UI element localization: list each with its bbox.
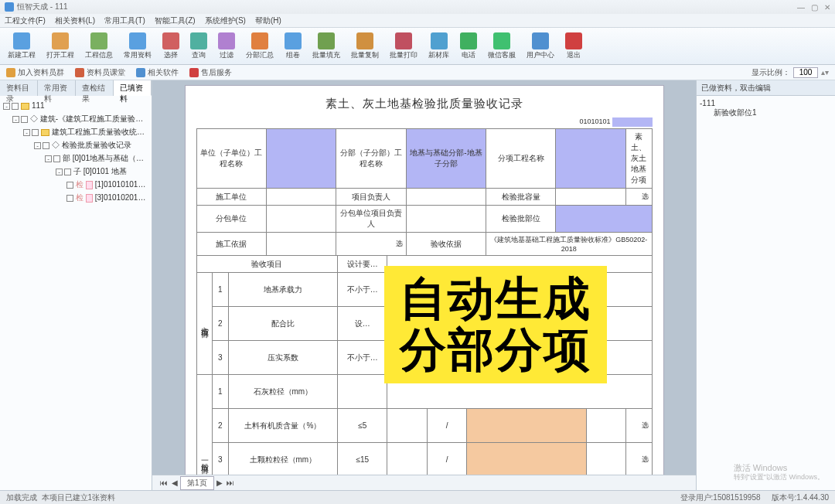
toolbar-button[interactable]: 电话 (455, 31, 482, 62)
toolbar-label: 新材库 (428, 50, 449, 60)
left-panel: 资料目录常用资料查检结果已填资料 -111 -◇ 建筑-《建筑工程施工质量验收统… (0, 80, 152, 490)
toolbar-icon (318, 32, 335, 49)
toolbar-label: 组卷 (286, 50, 300, 60)
subtoolbar-item[interactable]: 加入资料员群 (6, 67, 64, 78)
close-icon[interactable]: ✕ (824, 3, 830, 12)
overlay-banner: 自动生成 分部分项 (384, 266, 607, 383)
document-viewer: 素土、灰土地基检验批质量验收记录 01010101 单位（子单位）工程名称 分部… (152, 80, 696, 490)
toolbar-label: 用户中心 (527, 50, 554, 60)
left-tab[interactable]: 查检结果 (76, 80, 114, 96)
toolbar-icon (129, 32, 146, 49)
toolbar-button[interactable]: 微信客服 (483, 31, 520, 62)
doc-code: 01010101 (196, 117, 653, 127)
toolbar-icon (493, 32, 510, 49)
toolbar-label: 批量打印 (390, 50, 418, 60)
toolbar-button[interactable]: 用户中心 (522, 31, 559, 62)
subtoolbar-icon (6, 68, 15, 77)
menu-item[interactable]: 相关资料(L) (55, 15, 95, 26)
menu-item[interactable]: 工程文件(F) (5, 15, 46, 26)
menubar: 工程文件(F)相关资料(L)常用工具(T)智能工具(Z)系统维护(S)帮助(H) (0, 14, 835, 28)
minimize-icon[interactable]: — (797, 3, 805, 12)
page-prev-icon[interactable]: ◀ (169, 478, 180, 487)
toolbar-icon (52, 32, 69, 49)
app-icon (5, 2, 14, 12)
toolbar-icon (218, 32, 235, 49)
doc-pager: ⏮ ◀ 第1页 ▶ ⏭ (152, 475, 696, 490)
menu-item[interactable]: 帮助(H) (255, 15, 281, 26)
project-tree[interactable]: -111 -◇ 建筑-《建筑工程施工质量验收统一标准》G… -建筑工程施工质量验… (0, 96, 152, 490)
page-first-icon[interactable]: ⏮ (158, 478, 169, 487)
menu-item[interactable]: 智能工具(Z) (155, 15, 196, 26)
subtoolbar-icon (189, 68, 199, 77)
window-title: 恒智天成 - 111 (17, 2, 68, 12)
toolbar-label: 批量填充 (312, 50, 340, 60)
toolbar-icon (162, 32, 179, 49)
maximize-icon[interactable]: ▢ (811, 3, 818, 12)
toolbar-button[interactable]: 退出 (561, 31, 587, 62)
page-last-icon[interactable]: ⏭ (225, 478, 236, 487)
sub-toolbar: 加入资料员群资料员课堂相关软件售后服务 显示比例： ▴▾ (0, 65, 835, 80)
left-tab[interactable]: 常用资料 (38, 80, 76, 96)
right-panel: 已做资料，双击编辑 -111 新验收部位1 (696, 80, 835, 490)
subtoolbar-icon (136, 68, 145, 77)
toolbar-button[interactable]: 工程信息 (80, 31, 118, 62)
toolbar-icon (532, 32, 549, 49)
subtoolbar-icon (75, 68, 84, 77)
toolbar-icon (565, 32, 582, 49)
menu-item[interactable]: 系统维护(S) (205, 15, 246, 26)
toolbar-label: 选择 (164, 50, 178, 60)
toolbar-icon (13, 32, 30, 49)
page-next-icon[interactable]: ▶ (214, 478, 225, 487)
left-tabs: 资料目录常用资料查检结果已填资料 (0, 80, 152, 96)
toolbar-icon (356, 32, 373, 49)
toolbar-button[interactable]: 批量填充 (308, 31, 345, 62)
left-tab[interactable]: 已填资料 (114, 80, 152, 96)
toolbar-button[interactable]: 查询 (186, 31, 212, 62)
right-panel-header: 已做资料，双击编辑 (697, 80, 835, 96)
windows-watermark: 激活 Windows 转到"设置"以激活 Windows。 (734, 462, 824, 482)
toolbar-icon (251, 32, 268, 49)
statusbar: 加载完成 本项目已建立1张资料 登录用户:15081519958 版本号:1.4… (0, 490, 835, 504)
toolbar-label: 工程信息 (85, 50, 113, 60)
toolbar-button[interactable]: 常用资料 (119, 31, 156, 62)
toolbar-label: 常用资料 (124, 50, 152, 60)
page-label: 第1页 (180, 476, 214, 490)
toolbar-icon (190, 32, 207, 49)
header-grid: 单位（子单位）工程名称 分部（子分部）工程名称地基与基础分部-地基子分部 分项工… (196, 128, 653, 256)
toolbar-button[interactable]: 打开工程 (42, 31, 79, 62)
toolbar-label: 查询 (192, 50, 206, 60)
menu-item[interactable]: 常用工具(T) (104, 15, 145, 26)
toolbar-label: 批量复制 (351, 50, 379, 60)
toolbar-button[interactable]: 过滤 (213, 31, 240, 62)
toolbar-icon (90, 32, 107, 49)
subtoolbar-item[interactable]: 售后服务 (189, 67, 232, 78)
toolbar-icon (460, 32, 477, 49)
doc-title: 素土、灰土地基检验批质量验收记录 (196, 97, 653, 111)
toolbar-label: 分部汇总 (246, 50, 274, 60)
subtoolbar-item[interactable]: 资料员课堂 (75, 67, 125, 78)
toolbar-button[interactable]: 批量复制 (346, 31, 383, 62)
toolbar-label: 打开工程 (46, 50, 74, 60)
toolbar-label: 微信客服 (488, 50, 516, 60)
toolbar-label: 过滤 (220, 50, 233, 60)
toolbar-icon (285, 32, 302, 49)
toolbar-button[interactable]: 新建工程 (3, 31, 40, 62)
toolbar-label: 退出 (567, 50, 581, 60)
left-tab[interactable]: 资料目录 (0, 80, 38, 96)
ratio-input[interactable] (793, 67, 818, 78)
toolbar-label: 电话 (462, 50, 475, 60)
right-tree[interactable]: -111 新验收部位1 (697, 96, 835, 490)
toolbar-button[interactable]: 新材库 (424, 31, 454, 62)
toolbar-label: 新建工程 (8, 50, 36, 60)
toolbar-button[interactable]: 组卷 (280, 31, 306, 62)
toolbar-button[interactable]: 批量打印 (385, 31, 422, 62)
ratio-label: 显示比例： (752, 67, 790, 78)
ratio-stepper-icon[interactable]: ▴▾ (821, 68, 829, 77)
toolbar-button[interactable]: 分部汇总 (241, 31, 278, 62)
toolbar-icon (431, 32, 448, 49)
titlebar: 恒智天成 - 111 — ▢ ✕ (0, 0, 835, 14)
toolbar-button[interactable]: 选择 (158, 31, 184, 62)
toolbar-icon (395, 32, 412, 49)
subtoolbar-item[interactable]: 相关软件 (136, 67, 179, 78)
main-toolbar: 新建工程打开工程工程信息常用资料选择查询过滤分部汇总组卷批量填充批量复制批量打印… (0, 28, 835, 65)
